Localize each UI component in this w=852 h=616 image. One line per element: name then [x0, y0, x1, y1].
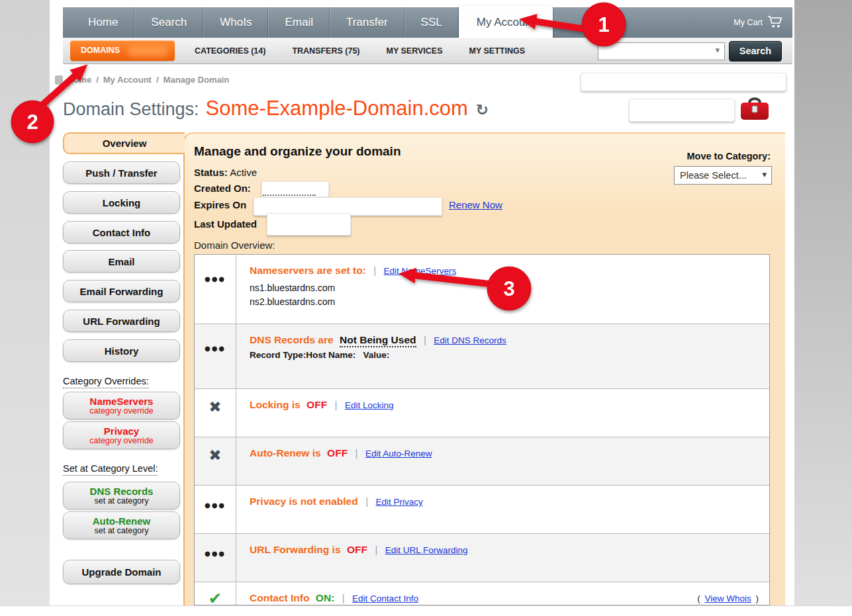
- redacted-area: [629, 99, 735, 122]
- sidebar-item-history[interactable]: History: [63, 339, 180, 362]
- sidebar-item-auto-renew-category[interactable]: Auto-Renew set at category: [63, 511, 180, 539]
- sidebar-label: URL Forwarding: [83, 316, 160, 327]
- bottom-margin: [0, 605, 852, 616]
- sidebar-label: NameServers: [90, 396, 154, 407]
- toolbox-icon[interactable]: [739, 95, 771, 126]
- pipe-separator: |: [365, 496, 368, 507]
- row-title: Auto-Renew is: [250, 447, 321, 459]
- nameserver-list: ns1.bluestardns.com ns2.bluestardns.com: [250, 281, 759, 309]
- overview-row-nameservers: ●●● Nameservers are set to: | Edit NameS…: [195, 255, 769, 324]
- view-whois-note: ( View Whois ): [697, 594, 759, 603]
- dropdown-arrow-icon[interactable]: ▾: [715, 45, 720, 55]
- renew-now-link[interactable]: Renew Now: [449, 199, 502, 210]
- dotted-underline: [263, 195, 316, 196]
- paren-close: ): [756, 594, 759, 603]
- sidebar-item-email[interactable]: Email: [63, 250, 180, 273]
- overview-row-privacy: ●●● Privacy is not enabled | Edit Privac…: [195, 485, 769, 533]
- status-value: Active: [230, 167, 257, 178]
- row-title: Privacy is not enabled: [250, 496, 358, 507]
- sidebar-item-url-forwarding[interactable]: URL Forwarding: [63, 310, 180, 332]
- breadcrumb-my-account[interactable]: My Account: [103, 75, 152, 85]
- dots-icon: ●●●: [205, 275, 226, 283]
- category-overrides-heading[interactable]: Category Overrides:: [63, 376, 149, 388]
- row-icon-cell: ✖: [195, 437, 236, 485]
- sidebar-label: Privacy: [104, 425, 139, 437]
- edit-auto-renew-link[interactable]: Edit Auto-Renew: [365, 449, 432, 459]
- sidebar-item-dns-records-category[interactable]: DNS Records set at category: [63, 482, 180, 509]
- row-status: Not Being Used: [340, 334, 416, 347]
- row-status: ON:: [316, 592, 334, 603]
- status-line: Status: Active: [194, 167, 257, 178]
- edit-dns-records-link[interactable]: Edit DNS Records: [434, 335, 506, 345]
- top-navbar: Home Search WhoIs Email Transfer SSL My …: [63, 7, 792, 38]
- edit-locking-link[interactable]: Edit Locking: [345, 400, 394, 410]
- sidebar-label: Push / Transfer: [85, 167, 157, 179]
- subnav-categories[interactable]: CATEGORIES (14): [195, 46, 265, 56]
- tab-my-account[interactable]: My Account: [459, 5, 553, 38]
- dots-icon: ●●●: [205, 550, 226, 557]
- sidebar-label: Upgrade Domain: [81, 566, 161, 578]
- overview-row-auto-renew: ✖ Auto-Renew is OFF | Edit Auto-Renew: [195, 437, 769, 485]
- row-body: DNS Records are Not Being Used | Edit DN…: [236, 324, 769, 388]
- tab-ssl[interactable]: SSL: [404, 7, 459, 38]
- row-status: OFF: [327, 447, 348, 459]
- edit-url-forwarding-link[interactable]: Edit URL Forwarding: [385, 545, 468, 555]
- dns-record-columns: Record Type:Host Name: Value:: [250, 350, 759, 360]
- row-icon-cell: ●●●: [195, 534, 236, 582]
- sidebar-sublabel: category override: [89, 406, 154, 416]
- overview-row-url-forwarding: ●●● URL Forwarding is OFF | Edit URL For…: [195, 533, 769, 582]
- tab-email[interactable]: Email: [268, 7, 330, 38]
- row-body: Contact Info ON: | Edit Contact Info ( V…: [236, 582, 769, 605]
- dots-icon: ●●●: [205, 345, 226, 352]
- set-at-category-heading[interactable]: Set at Category Level:: [63, 463, 158, 476]
- row-title: Locking is: [250, 399, 301, 410]
- edit-nameservers-link[interactable]: Edit NameServers: [384, 266, 457, 276]
- subnav-domains-button[interactable]: DOMAINS: [70, 40, 175, 61]
- sidebar-item-upgrade-domain[interactable]: Upgrade Domain: [63, 560, 180, 584]
- view-whois-link[interactable]: View Whois: [704, 594, 751, 603]
- sidebar-label: Contact Info: [93, 227, 151, 238]
- breadcrumb-home[interactable]: Home: [68, 75, 91, 85]
- domain-search-combo: ▾: [598, 42, 725, 60]
- sidebar-label: Email: [108, 256, 134, 267]
- last-updated-line: Last Updated: [194, 218, 257, 230]
- refresh-icon[interactable]: ↻: [476, 101, 489, 118]
- edit-contact-info-link[interactable]: Edit Contact Info: [352, 594, 418, 603]
- row-icon-cell: ✖: [195, 389, 236, 437]
- pipe-separator: |: [342, 592, 345, 603]
- row-body: Privacy is not enabled | Edit Privacy: [236, 486, 769, 533]
- row-icon-cell: ●●●: [195, 486, 236, 533]
- check-icon: ✔: [209, 589, 222, 605]
- tab-home[interactable]: Home: [72, 7, 134, 38]
- subnav-my-settings[interactable]: MY SETTINGS: [469, 46, 526, 56]
- subnav-my-services[interactable]: MY SERVICES: [387, 46, 443, 56]
- dots-icon: ●●●: [205, 502, 226, 509]
- sidebar-item-overview[interactable]: Overview: [63, 132, 185, 154]
- cart-icon: [767, 15, 783, 30]
- subnav-transfers[interactable]: TRANSFERS (75): [292, 46, 359, 56]
- tab-whois[interactable]: WhoIs: [203, 7, 268, 38]
- my-cart-button[interactable]: My Cart: [734, 7, 783, 38]
- last-updated-label: Last Updated: [194, 218, 257, 230]
- redacted-area: [581, 73, 786, 91]
- edit-privacy-link[interactable]: Edit Privacy: [376, 497, 423, 507]
- row-status: OFF: [347, 544, 367, 555]
- sidebar-item-nameservers-override[interactable]: NameServers category override: [63, 392, 180, 419]
- breadcrumb-separator: /: [96, 75, 99, 85]
- sidebar-item-contact-info[interactable]: Contact Info: [63, 221, 180, 243]
- overview-row-locking: ✖ Locking is OFF | Edit Locking: [195, 388, 769, 437]
- tab-search[interactable]: Search: [134, 7, 203, 38]
- row-body: Locking is OFF | Edit Locking: [236, 389, 769, 437]
- paren-open: (: [697, 594, 700, 603]
- search-button[interactable]: Search: [729, 41, 782, 62]
- tab-transfer[interactable]: Transfer: [330, 7, 404, 38]
- sidebar-item-push-transfer[interactable]: Push / Transfer: [63, 161, 180, 184]
- sidebar-item-email-forwarding[interactable]: Email Forwarding: [63, 280, 180, 302]
- sidebar-item-privacy-override[interactable]: Privacy category override: [63, 421, 180, 449]
- row-title: URL Forwarding is: [250, 544, 341, 555]
- sidebar-item-locking[interactable]: Locking: [63, 191, 180, 214]
- status-label: Status:: [194, 167, 228, 178]
- sidebar-label: History: [105, 345, 139, 357]
- domain-search-input[interactable]: [598, 43, 712, 58]
- category-select[interactable]: Please Select...: [675, 167, 771, 184]
